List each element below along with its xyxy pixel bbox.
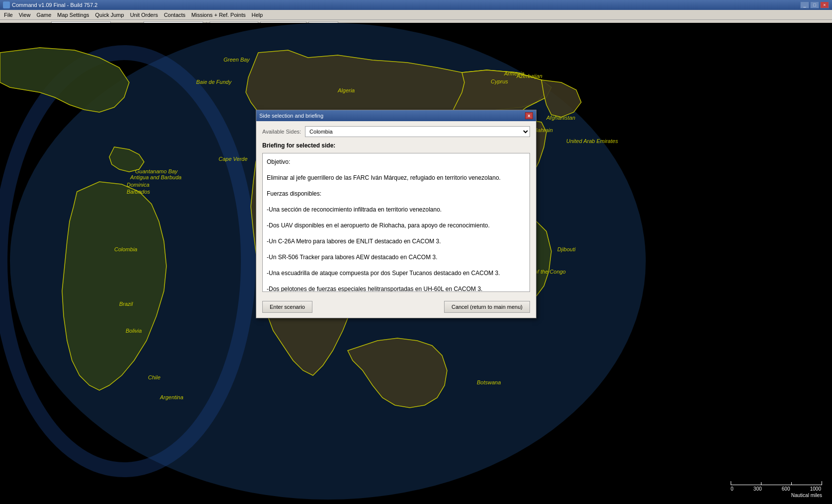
scale-unit: Nautical miles: [731, 493, 822, 498]
menu-view[interactable]: View: [16, 11, 34, 19]
scale-bar-line: [731, 481, 822, 485]
menu-contacts[interactable]: Contacts: [161, 11, 188, 19]
menu-bar: File View Game Map Settings Quick Jump U…: [0, 10, 832, 20]
menu-missions-ref-points[interactable]: Missions + Ref. Points: [188, 11, 248, 19]
title-bar: Command v1.09 Final - Build 757.2 _ □ ×: [0, 0, 832, 10]
scale-600: 600: [782, 486, 790, 492]
window-controls[interactable]: _ □ ×: [800, 1, 829, 8]
scale-bar: 0 300 600 1000 Nautical miles: [731, 481, 822, 498]
minimize-button[interactable]: _: [800, 1, 809, 8]
scale-1000: 1000: [810, 486, 821, 492]
dialog-footer: Enter scenario Cancel (return to main me…: [256, 297, 536, 318]
dialog-title: Side selection and briefing: [259, 113, 323, 119]
scale-300: 300: [754, 486, 762, 492]
dialog-close-button[interactable]: ×: [525, 112, 533, 119]
available-sides-label: Available Sides:: [262, 129, 301, 135]
menu-unit-orders[interactable]: Unit Orders: [127, 11, 161, 19]
dialog-titlebar: Side selection and briefing ×: [256, 110, 536, 121]
menu-map-settings[interactable]: Map Settings: [54, 11, 92, 19]
available-sides-row: Available Sides: Colombia: [262, 126, 530, 137]
cancel-button[interactable]: Cancel (return to main menu): [444, 301, 530, 313]
menu-file[interactable]: File: [1, 11, 16, 19]
briefing-header: Briefing for selected side:: [262, 142, 530, 149]
title-bar-text: Command v1.09 Final - Build 757.2: [12, 2, 97, 8]
sides-select[interactable]: Colombia: [305, 126, 530, 137]
app-icon: [3, 1, 10, 8]
side-selection-dialog: Side selection and briefing × Available …: [256, 110, 536, 318]
scale-0: 0: [731, 486, 734, 492]
briefing-scroll[interactable]: Objetivo:Eliminar al jefe guerrillero de…: [262, 153, 530, 292]
enter-scenario-button[interactable]: Enter scenario: [262, 301, 312, 313]
briefing-content: Objetivo:Eliminar al jefe guerrillero de…: [267, 157, 526, 292]
menu-help[interactable]: Help: [248, 11, 266, 19]
map-area[interactable]: Green Bay Baie de Fundy Algeria Cape Ver…: [0, 23, 832, 504]
dialog-body: Available Sides: Colombia Briefing for s…: [256, 121, 536, 297]
maximize-button[interactable]: □: [810, 1, 819, 8]
close-window-button[interactable]: ×: [820, 1, 829, 8]
menu-game[interactable]: Game: [33, 11, 54, 19]
menu-quick-jump[interactable]: Quick Jump: [92, 11, 127, 19]
